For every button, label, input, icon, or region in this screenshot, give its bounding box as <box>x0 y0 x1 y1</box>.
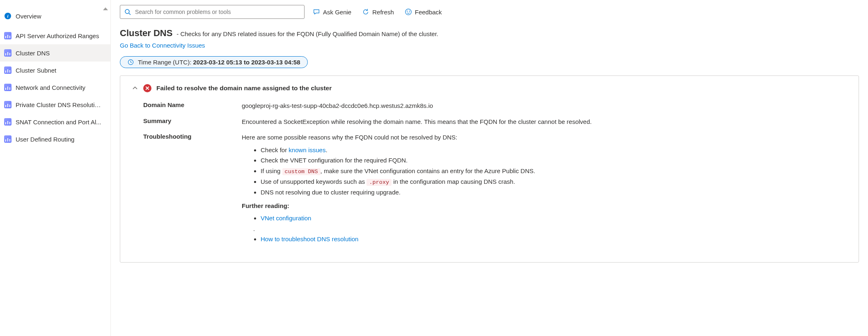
code-custom-dns: custom DNS <box>282 168 321 175</box>
panel-title: Failed to resolve the domain name assign… <box>156 85 332 92</box>
sidebar-item-cluster-dns[interactable]: Cluster DNS <box>0 44 110 62</box>
sidebar-item-network[interactable]: Network and Connectivity <box>0 79 110 96</box>
chart-icon <box>4 118 11 126</box>
main-content: Ask Genie Refresh Feedback Cluster DNS -… <box>111 0 868 336</box>
clock-icon <box>128 59 134 65</box>
detail-value: Here are some possible reasons why the F… <box>242 133 847 247</box>
button-label: Ask Genie <box>323 9 351 16</box>
list-item: VNet configuration <box>261 214 847 223</box>
code-proxy: .proxy <box>366 179 392 186</box>
sidebar-item-overview[interactable]: i Overview <box>0 7 110 25</box>
further-reading-heading: Further reading: <box>242 201 847 211</box>
list-item: Use of unsupported keywords such as .pro… <box>261 177 847 187</box>
detail-label: Domain Name <box>143 101 242 111</box>
info-icon: i <box>4 12 11 20</box>
chart-icon <box>4 49 11 57</box>
svg-point-0 <box>125 9 129 14</box>
svg-point-3 <box>407 11 407 11</box>
further-reading-list: VNet configuration . How to troubleshoot… <box>242 214 847 244</box>
row-summary: Summary Encountered a SocketException wh… <box>143 114 847 130</box>
dns-troubleshoot-link[interactable]: How to troubleshoot DNS resolution <box>261 235 358 242</box>
troubleshooting-list: Check for known issues. Check the VNET c… <box>242 146 847 197</box>
sidebar-item-label: User Defined Routing <box>16 136 74 143</box>
page-title: Cluster DNS <box>120 28 172 38</box>
ask-genie-button[interactable]: Ask Genie <box>310 5 354 19</box>
sidebar-item-label: Cluster Subnet <box>16 67 56 74</box>
sidebar-item-snat[interactable]: SNAT Connection and Port Al... <box>0 113 110 130</box>
chevron-up-icon[interactable] <box>132 85 138 91</box>
back-link[interactable]: Go Back to Connectivity Issues <box>120 42 859 49</box>
list-item: Check the VNET configuration for the req… <box>261 156 847 165</box>
button-label: Feedback <box>415 9 442 16</box>
search-icon <box>124 9 131 15</box>
list-item: Check for known issues. <box>261 146 847 155</box>
search-input[interactable] <box>135 9 300 15</box>
refresh-icon <box>362 8 369 16</box>
time-range-label: Time Range (UTC): <box>138 59 193 66</box>
panel-header[interactable]: Failed to resolve the domain name assign… <box>132 84 847 92</box>
sidebar-item-label: SNAT Connection and Port Al... <box>16 119 101 126</box>
vnet-config-link[interactable]: VNet configuration <box>261 215 311 222</box>
troubleshooting-intro: Here are some possible reasons why the F… <box>242 134 457 141</box>
toolbar: Ask Genie Refresh Feedback <box>120 5 859 19</box>
detail-label: Summary <box>143 117 242 127</box>
sidebar-collapse-caret[interactable] <box>103 7 108 10</box>
error-icon <box>143 84 151 92</box>
row-domain-name: Domain Name googleproj-rg-aks-test-supp-… <box>143 98 847 114</box>
chart-icon <box>4 84 11 91</box>
sidebar-item-label: Private Cluster DNS Resolutio... <box>16 101 102 108</box>
detail-label: Troubleshooting <box>143 133 242 247</box>
detail-grid: Domain Name googleproj-rg-aks-test-supp-… <box>143 98 847 251</box>
chat-icon <box>313 8 320 16</box>
list-item: DNS not resolving due to cluster requiri… <box>261 188 847 197</box>
sidebar-item-label: Network and Connectivity <box>16 84 85 91</box>
refresh-button[interactable]: Refresh <box>360 5 396 19</box>
sidebar-item-cluster-subnet[interactable]: Cluster Subnet <box>0 62 110 79</box>
diagnostic-panel: Failed to resolve the domain name assign… <box>120 75 859 263</box>
list-item: . <box>253 224 847 234</box>
search-box[interactable] <box>120 5 305 19</box>
list-item: If using custom DNS, make sure the VNet … <box>261 167 847 176</box>
sidebar-item-api-server[interactable]: API Server Authorized Ranges <box>0 27 110 44</box>
smile-icon <box>405 8 412 16</box>
svg-point-4 <box>409 11 410 11</box>
chart-icon <box>4 66 11 74</box>
chart-icon <box>4 32 11 39</box>
button-label: Refresh <box>372 9 394 16</box>
chart-icon <box>4 101 11 108</box>
page-description: - Checks for any DNS related issues for … <box>176 30 438 37</box>
sidebar: i Overview API Server Authorized Ranges … <box>0 0 111 336</box>
time-range-pill[interactable]: Time Range (UTC): 2023-03-12 05:13 to 20… <box>120 56 308 68</box>
page-header: Cluster DNS - Checks for any DNS related… <box>120 28 859 39</box>
sidebar-item-private-dns[interactable]: Private Cluster DNS Resolutio... <box>0 96 110 113</box>
sidebar-item-label: API Server Authorized Ranges <box>16 32 99 39</box>
chart-icon <box>4 135 11 143</box>
sidebar-item-udr[interactable]: User Defined Routing <box>0 130 110 148</box>
sidebar-item-label: Overview <box>16 13 41 20</box>
detail-value: Encountered a SocketException while reso… <box>242 117 847 127</box>
feedback-button[interactable]: Feedback <box>402 5 444 19</box>
list-item: How to troubleshoot DNS resolution <box>261 235 847 244</box>
detail-value: googleproj-rg-aks-test-supp-40cba2-dccdc… <box>242 101 847 111</box>
time-range-value: 2023-03-12 05:13 to 2023-03-13 04:58 <box>193 59 300 66</box>
svg-line-1 <box>129 13 131 15</box>
sidebar-item-label: Cluster DNS <box>16 50 50 57</box>
row-troubleshooting: Troubleshooting Here are some possible r… <box>143 130 847 251</box>
svg-point-2 <box>405 9 411 15</box>
known-issues-link[interactable]: known issues <box>289 146 325 153</box>
